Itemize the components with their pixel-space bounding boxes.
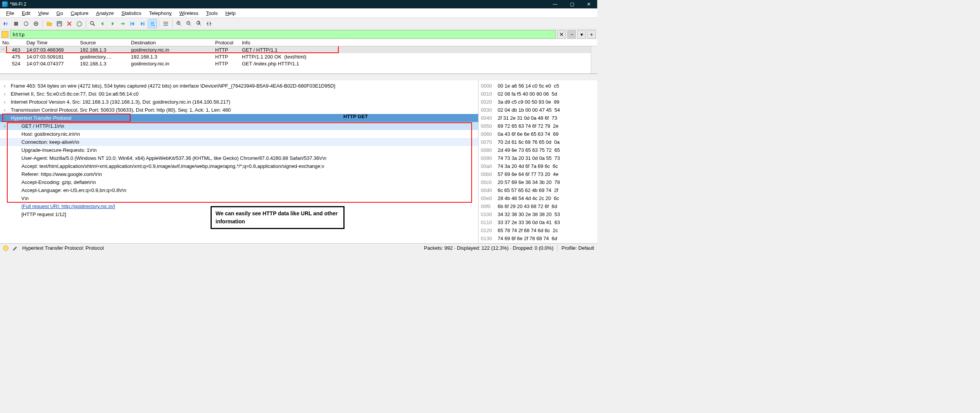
details-http-line[interactable]: User-Agent: Mozilla/5.0 (Windows NT 10.0… (0, 154, 478, 162)
hex-row[interactable]: 001002 08 fa f5 40 00 80 06 5d (481, 90, 595, 98)
minimize-button[interactable]: — (547, 0, 564, 8)
start-capture-button[interactable] (2, 19, 11, 28)
add-filter-button[interactable]: + (587, 30, 596, 39)
packet-list-header[interactable]: No. Day Time Source Destination Protocol… (0, 39, 597, 46)
maximize-button[interactable]: ▢ (564, 0, 580, 8)
menu-file[interactable]: File (2, 8, 18, 18)
menu-wireless[interactable]: Wireless (176, 8, 203, 18)
close-button[interactable]: ✕ (580, 0, 597, 8)
packet-list-hscroll[interactable] (0, 74, 597, 80)
menu-help[interactable]: Help (222, 8, 240, 18)
expert-info-icon[interactable] (3, 246, 8, 251)
menu-go[interactable]: Go (52, 8, 67, 18)
packet-list-container: No. Day Time Source Destination Protocol… (0, 39, 597, 80)
restart-capture-button[interactable] (21, 19, 31, 28)
resize-columns-button[interactable] (204, 19, 214, 28)
find-button[interactable] (88, 19, 97, 28)
packet-details-pane[interactable]: Frame 463: 534 bytes on wire (4272 bits)… (0, 80, 479, 243)
zoom-out-button[interactable] (185, 19, 194, 28)
packet-bytes-pane[interactable]: 000000 1e a6 56 14 c0 5c e0 c5001002 08 … (479, 80, 597, 243)
svg-rect-7 (144, 22, 144, 26)
details-http-line[interactable]: Accept-Encoding: gzip, deflate\r\n (0, 178, 478, 186)
details-http-line[interactable]: Host: goidirectory.nic.in\r\n (0, 130, 478, 138)
hex-row[interactable]: 00c020 57 69 6e 36 34 3b 20 78 (481, 178, 595, 186)
hex-row[interactable]: 011033 37 2e 33 36 0d 0a 41 63 (481, 218, 595, 226)
menu-edit[interactable]: Edit (18, 8, 34, 18)
filter-bookmark-icon[interactable] (2, 31, 8, 38)
hex-row[interactable]: 00203a d9 c5 c9 00 50 93 0e 99 (481, 98, 595, 106)
packet-list-vscroll[interactable] (591, 46, 597, 73)
hex-row[interactable]: 014070 70 6c 69 63 61 74 69 6f (481, 242, 595, 243)
go-to-packet-button[interactable] (118, 19, 127, 28)
packet-row[interactable]: 475 14:07:03.509181 goidirectory.… 192.1… (0, 53, 597, 60)
hex-row[interactable]: 00402f 31 2e 31 0d 0a 48 6f 73 (481, 114, 595, 122)
details-ethernet[interactable]: Ethernet II, Src: 5c:e0:c5:8c:ce:77, Dst… (0, 90, 478, 98)
menu-analyze[interactable]: Analyze (92, 8, 118, 18)
hex-row[interactable]: 00f06b 6f 29 20 43 68 72 6f 6d (481, 202, 595, 210)
svg-rect-10 (163, 25, 168, 26)
details-tcp[interactable]: Transmission Control Protocol, Src Port:… (0, 106, 478, 114)
hex-row[interactable]: 012065 78 74 2f 68 74 6d 6c 2c (481, 226, 595, 234)
hex-row[interactable]: 009074 73 3a 20 31 0d 0a 55 73 (481, 154, 595, 162)
go-first-button[interactable] (128, 19, 137, 28)
details-http-header[interactable]: Hypertext Transfer Protocol (0, 114, 478, 122)
column-destination[interactable]: Destination (129, 40, 213, 46)
clear-filter-button[interactable]: ✕ (557, 30, 566, 39)
details-http-line[interactable]: \r\n (0, 194, 478, 202)
close-file-button[interactable] (65, 19, 74, 28)
save-file-button[interactable] (55, 19, 64, 28)
menu-tools[interactable]: Tools (202, 8, 221, 18)
go-back-button[interactable] (98, 19, 107, 28)
toolbar: 1 (0, 18, 597, 29)
colorize-button[interactable] (161, 19, 170, 28)
menu-telephony[interactable]: Telephony (145, 8, 175, 18)
details-http-line[interactable]: Accept: text/html,application/xhtml+xml,… (0, 162, 478, 170)
hex-row[interactable]: 005069 72 65 63 74 6f 72 79 2e (481, 122, 595, 130)
hex-row[interactable]: 013074 69 6f 6e 2f 78 68 74 6d (481, 234, 595, 242)
column-info[interactable]: Info (240, 40, 597, 46)
status-profile-text[interactable]: Profile: Default (562, 245, 594, 251)
hex-row[interactable]: 00d06c 65 57 65 62 4b 69 74 2f (481, 186, 595, 194)
details-http-line[interactable]: Connection: keep-alive\r\n (0, 138, 478, 146)
filter-history-button[interactable]: ▾ (577, 30, 586, 39)
packet-list[interactable]: → 463 14:07:03.466369 192.168.1.3 goidir… (0, 46, 597, 74)
menu-view[interactable]: View (34, 8, 52, 18)
packet-row[interactable]: 463 14:07:03.466369 192.168.1.3 goidirec… (0, 46, 597, 53)
capture-options-button[interactable] (31, 19, 41, 28)
svg-rect-6 (131, 22, 131, 26)
display-filter-input[interactable] (10, 30, 556, 39)
column-no[interactable]: No. (0, 40, 24, 46)
hex-row[interactable]: 003002 04 db 1b 00 00 47 45 54 (481, 106, 595, 114)
details-http-get[interactable]: GET / HTTP/1.1\r\n (0, 122, 478, 130)
reload-button[interactable] (75, 19, 84, 28)
hex-row[interactable]: 010034 32 38 30 2e 38 38 20 53 (481, 210, 595, 218)
auto-scroll-button[interactable] (148, 19, 157, 28)
details-http-line[interactable]: Accept-Language: en-US,en;q=0.9,bn;q=0.8… (0, 186, 478, 194)
hex-row[interactable]: 00600a 43 6f 6e 6e 65 63 74 69 (481, 130, 595, 138)
zoom-in-button[interactable] (175, 19, 184, 28)
column-source[interactable]: Source (78, 40, 129, 46)
menu-capture[interactable]: Capture (67, 8, 92, 18)
apply-filter-button[interactable]: → (567, 30, 576, 39)
open-file-button[interactable] (45, 19, 54, 28)
hex-row[interactable]: 00b057 69 6e 64 6f 77 73 20 4e (481, 170, 595, 178)
hex-row[interactable]: 007070 2d 61 6c 69 76 65 0d 0a (481, 138, 595, 146)
hex-row[interactable]: 000000 1e a6 56 14 c0 5c e0 c5 (481, 82, 595, 90)
packet-row[interactable]: 524 14:07:04.074377 192.168.1.3 goidirec… (0, 60, 597, 67)
details-http-line[interactable]: Referer: https://www.google.com/\r\n (0, 170, 478, 178)
column-time[interactable]: Day Time (24, 40, 78, 46)
go-last-button[interactable] (138, 19, 147, 28)
edit-icon[interactable] (12, 245, 18, 251)
hex-row[interactable]: 00802d 49 6e 73 65 63 75 72 65 (481, 146, 595, 154)
status-packets-text: Packets: 992 · Displayed: 122 (12.3%) · … (424, 245, 554, 251)
hex-row[interactable]: 00e028 4b 48 54 4d 4c 2c 20 6c (481, 194, 595, 202)
menu-statistics[interactable]: Statistics (118, 8, 145, 18)
column-protocol[interactable]: Protocol (213, 40, 240, 46)
go-forward-button[interactable] (108, 19, 117, 28)
details-ip[interactable]: Internet Protocol Version 4, Src: 192.16… (0, 98, 478, 106)
hex-row[interactable]: 00a074 3a 20 4d 6f 7a 69 6c 6c (481, 162, 595, 170)
details-http-line[interactable]: Upgrade-Insecure-Requests: 1\r\n (0, 146, 478, 154)
stop-capture-button[interactable] (11, 19, 21, 28)
details-frame[interactable]: Frame 463: 534 bytes on wire (4272 bits)… (0, 82, 478, 90)
zoom-reset-button[interactable]: 1 (194, 19, 204, 28)
